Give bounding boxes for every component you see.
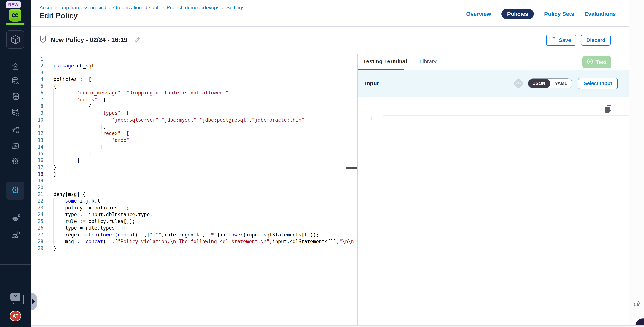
format-yaml-option[interactable]: YAML	[550, 79, 572, 88]
tab-library[interactable]: Library	[420, 58, 436, 65]
code-line[interactable]: 12"regex": [	[31, 130, 357, 137]
line-content: ]	[54, 157, 357, 164]
input-label: Input	[365, 80, 379, 87]
code-line[interactable]: 23policy := policies[i];	[31, 204, 357, 211]
sidebar-divider	[6, 174, 24, 174]
nav-evaluations[interactable]: Evaluations	[584, 11, 616, 17]
chat-bubbles-icon[interactable]	[633, 300, 642, 308]
code-line[interactable]: 18]	[31, 171, 357, 177]
code-line[interactable]: 16]	[31, 157, 357, 164]
line-number: 10	[31, 117, 44, 123]
settings-gear-icon[interactable]: ⚙	[0, 185, 31, 195]
line-number: 20	[31, 184, 44, 191]
pipeline-tree-icon[interactable]	[0, 126, 31, 136]
line-number: 14	[31, 144, 44, 150]
code-line[interactable]: 20	[31, 184, 357, 191]
gear-outline-icon[interactable]: ⚙	[0, 157, 31, 165]
line-content: policies := [	[54, 76, 357, 83]
line-content: package db_sql	[54, 62, 357, 69]
input-current-line[interactable]	[383, 115, 629, 123]
policy-code-editor[interactable]: 12package db_sql34policies := [5{6"error…	[31, 54, 357, 325]
policy-toolbar: New Policy - 02/24 - 16:19 Save Discard	[31, 27, 629, 54]
line-number: 4	[31, 76, 44, 83]
test-button[interactable]: Test	[582, 56, 612, 68]
line-content: some i,j,k,l	[54, 198, 357, 204]
input-editor[interactable]: 1	[358, 115, 629, 123]
svg-text:⚙: ⚙	[16, 231, 20, 235]
line-content: "jdbc:sqlserver","jdbc:mysql","jdbc:post…	[54, 117, 357, 123]
select-input-button[interactable]: Select Input	[578, 78, 618, 89]
code-line[interactable]: 15}	[31, 150, 357, 157]
code-line[interactable]: 7"rules": [	[31, 96, 357, 103]
code-line[interactable]: 19	[31, 177, 357, 184]
code-line[interactable]: 8{	[31, 103, 357, 110]
infinity-glyph: ∞	[11, 9, 19, 20]
executions-play-icon[interactable]	[0, 142, 31, 151]
breadcrumb[interactable]: Account: app-harness-ng-cicd›Organizatio…	[40, 5, 244, 10]
line-content: {	[54, 103, 357, 110]
code-line[interactable]: 21deny[msg] {	[31, 191, 357, 198]
line-number: 1	[31, 56, 44, 62]
database-instances-icon[interactable]	[0, 108, 31, 118]
code-line[interactable]: 24type := input.dbInstance.type;	[31, 211, 357, 218]
code-line[interactable]: 25rule := policy.rules[j];	[31, 218, 357, 225]
code-line[interactable]: 5{	[31, 83, 357, 89]
nav-overview[interactable]: Overview	[466, 11, 491, 17]
code-line[interactable]: 17}	[31, 164, 357, 171]
line-content: "regex": [	[54, 130, 357, 137]
harness-ccm-logo-icon[interactable]: ∞	[8, 8, 22, 22]
line-number: 6	[31, 89, 44, 96]
code-line[interactable]: 6"error_message": "Dropping of table is …	[31, 89, 357, 96]
breadcrumb-item[interactable]: Project: demodbdevops	[166, 5, 220, 10]
save-button[interactable]: Save	[546, 35, 576, 46]
code-line[interactable]: 2package db_sql	[31, 62, 357, 69]
code-line[interactable]: 9"types": [	[31, 110, 357, 116]
code-line[interactable]: 1	[31, 56, 357, 62]
home-icon[interactable]	[0, 62, 31, 71]
line-number: 8	[31, 103, 44, 110]
discard-button[interactable]: Discard	[581, 35, 611, 46]
cube-module-icon[interactable]	[0, 35, 31, 45]
code-line[interactable]: 22some i,j,k,l	[31, 198, 357, 204]
overview-ruler-cursor-mark	[346, 167, 357, 169]
code-line[interactable]: 14]	[31, 144, 357, 150]
nav-policy-sets[interactable]: Policy Sets	[544, 11, 574, 17]
page-header: Account: app-harness-ng-cicd›Organizatio…	[31, 0, 629, 27]
database-gear-icon[interactable]	[0, 77, 31, 86]
breadcrumb-item[interactable]: Account: app-harness-ng-cicd	[40, 5, 106, 10]
avatar[interactable]: AT	[10, 311, 21, 322]
code-diamond-icon[interactable]: </>	[513, 78, 524, 89]
database-stack-icon[interactable]	[0, 92, 31, 102]
code-line[interactable]: 28msg := concat("",["Policy violation:\n…	[31, 238, 357, 245]
line-number: 18	[31, 171, 44, 178]
line-number: 15	[31, 150, 44, 157]
line-content: regex.match(lower(concat("",[".*",rule.r…	[54, 232, 357, 238]
chevron-right-icon	[32, 299, 36, 304]
line-number: 28	[31, 238, 44, 245]
code-line[interactable]: 26type = rule.types[_];	[31, 225, 357, 231]
code-line[interactable]: 29}	[31, 245, 357, 252]
nav-policies[interactable]: Policies	[502, 9, 534, 19]
code-line[interactable]: 3	[31, 69, 357, 76]
breadcrumb-item[interactable]: Settings	[226, 5, 245, 10]
line-content	[54, 69, 357, 76]
code-line[interactable]: 10"jdbc:sqlserver","jdbc:mysql","jdbc:po…	[31, 117, 357, 123]
format-json-option[interactable]: JSON	[528, 79, 550, 88]
layers-gear-icon[interactable]: ⚙	[0, 213, 31, 224]
copy-icon[interactable]	[605, 105, 612, 113]
line-number: 5	[31, 83, 44, 89]
code-line[interactable]: 4policies := [	[31, 76, 357, 83]
help-chat-icon[interactable]: ?	[10, 293, 20, 301]
line-number: 3	[31, 69, 44, 76]
tab-testing-terminal[interactable]: Testing Terminal	[363, 58, 407, 65]
org-gear-icon[interactable]: ⚙	[0, 231, 31, 241]
line-content: policy := policies[i];	[54, 204, 357, 211]
code-line[interactable]: 11],	[31, 123, 357, 130]
line-number: 23	[31, 204, 44, 211]
line-number: 7	[31, 96, 44, 103]
code-line[interactable]: 13"drop"	[31, 137, 357, 144]
edit-pencil-icon[interactable]	[134, 36, 141, 43]
breadcrumb-item[interactable]: Organization: default	[113, 5, 160, 10]
code-line[interactable]: 27regex.match(lower(concat("",[".*",rule…	[31, 232, 357, 238]
line-content: "error_message": "Dropping of table is n…	[54, 89, 357, 96]
